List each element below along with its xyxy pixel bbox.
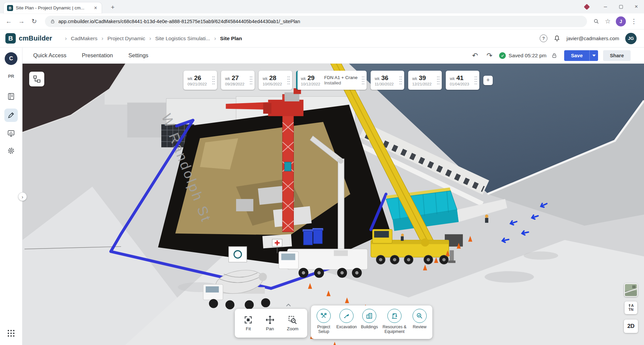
week-number: 28 [269,74,276,82]
cmbuilder-logo[interactable]: B cmBuilder [5,33,52,44]
lock-icon [50,19,55,24]
user-avatar[interactable]: JG [625,33,637,44]
review-icon [416,312,423,320]
review-button[interactable]: Review [408,309,431,329]
week-prefix: wk [412,76,417,81]
window-close-button[interactable]: × [629,0,644,13]
collapse-toolbar-icon[interactable] [285,303,291,307]
workspace-avatar[interactable]: C [5,52,17,65]
week-event-label: FDN A1 + Crane [324,75,358,81]
zoom-search-icon[interactable] [591,16,602,27]
week-date: 09/21/2022 [187,82,207,86]
breadcrumb-item-cadmakers[interactable]: CadMakers [71,36,97,42]
week-card-26[interactable]: wk26 09/21/2022 [183,71,217,90]
browser-tab[interactable]: B Site Plan - Project Dynamic | cm... × [3,2,102,13]
pan-button[interactable]: Pan [265,315,275,331]
drag-handle-icon[interactable] [250,76,253,85]
week-number: 27 [232,74,239,82]
browser-tab-strip: B Site Plan - Project Dynamic | cm... × … [0,0,644,13]
refresh-button[interactable]: ↻ [28,15,40,27]
breadcrumb-separator: › [149,35,151,42]
breadcrumb-item-project[interactable]: Project Dynamic [107,36,145,42]
pan-label: Pan [266,326,274,331]
chevron-down-icon [592,55,596,57]
week-card-39[interactable]: wk39 12/21/2022 [408,71,442,90]
notifications-bell-icon[interactable] [553,35,560,42]
add-week-button[interactable]: + [483,76,493,85]
project-badge[interactable]: PR [8,74,14,79]
week-card-28[interactable]: wk28 10/05/2022 [259,71,292,90]
share-button[interactable]: Share [603,50,631,61]
breadcrumb: › CadMakers › Project Dynamic › Site Log… [65,35,242,42]
sidebar-item-site-plan[interactable] [4,109,18,122]
sidebar-item-library[interactable] [4,90,18,103]
week-prefix: wk [263,76,268,81]
menu-settings[interactable]: Settings [128,52,149,59]
logo-mark-icon: B [5,33,16,44]
scene-tree-button[interactable] [29,72,44,86]
week-card-41[interactable]: wk41 01/04/2023 [446,71,479,90]
drag-handle-icon[interactable] [212,76,215,85]
menu-presentation[interactable]: Presentation [82,52,113,59]
tab-favicon: B [7,5,13,11]
lock-toolbar-icon[interactable] [551,53,557,59]
2d-view-toggle[interactable]: 2D [624,320,638,333]
week-prefix: wk [450,76,455,81]
week-number: 39 [419,74,426,82]
sidebar-item-settings[interactable] [4,144,18,157]
shovel-icon [343,312,350,320]
new-tab-button[interactable]: + [108,3,117,12]
window-minimize-button[interactable]: – [598,0,613,13]
excavation-button[interactable]: Excavation [335,309,358,329]
fit-label: Fit [246,326,251,331]
sidebar-item-dashboard[interactable] [4,127,18,140]
menu-quick-access[interactable]: Quick Access [33,52,66,59]
week-card-36[interactable]: wk36 11/30/2022 [371,71,404,90]
back-button[interactable]: ← [3,15,15,27]
redo-icon[interactable]: ↷ [485,52,494,60]
crane-icon [391,312,398,320]
fit-button[interactable]: Fit [244,315,253,331]
drag-handle-icon[interactable] [362,76,365,85]
browser-profile-avatar[interactable]: J [616,16,626,26]
save-button[interactable]: Save [564,50,589,61]
minimap-thumbnail[interactable] [624,283,638,297]
true-north-button[interactable]: A TN [625,301,637,314]
apps-grid-icon[interactable] [7,330,15,337]
resources-equipment-button[interactable]: Resources & Equipment [381,309,408,334]
bookmark-star-icon[interactable]: ☆ [602,16,613,27]
extension-icon[interactable] [584,4,590,10]
drag-handle-icon[interactable] [399,76,402,85]
buildings-icon [366,312,373,320]
view-nav-toolbar: Fit Pan Zoom [235,309,307,338]
sidebar-expand-button[interactable]: › [18,192,27,201]
drag-handle-icon[interactable] [437,76,440,85]
week-card-27[interactable]: wk27 09/28/2022 [221,71,255,90]
save-status: Saved 05:22 pm [499,52,546,59]
viewport-canvas[interactable]: W Randolph St [22,64,644,345]
window-maximize-button[interactable] [613,0,629,13]
buildings-label: Buildings [361,325,378,329]
breadcrumb-item-siteplan[interactable]: Site Plan [220,36,242,42]
help-icon[interactable]: ? [540,34,547,42]
excavation-label: Excavation [336,325,357,329]
week-card-29-selected[interactable]: wk29 10/12/2022 FDN A1 + Crane Installed [296,71,367,90]
zoom-button[interactable]: Zoom [287,315,299,331]
address-bar[interactable]: app.cmbuilder.io/CadMakers/c68c8441-b13d… [45,16,587,27]
tab-close-icon[interactable]: × [92,5,99,11]
forward-button[interactable]: → [15,15,28,27]
undo-icon[interactable]: ↶ [470,52,480,60]
breadcrumb-item-simulation[interactable]: Site Logistics Simulati... [155,36,210,42]
week-date: 09/28/2022 [225,82,245,86]
save-dropdown-button[interactable] [589,50,598,61]
week-prefix: wk [301,76,306,81]
buildings-button[interactable]: Buildings [358,309,381,329]
browser-menu-icon[interactable]: ⋮ [629,16,639,27]
project-setup-button[interactable]: Project Setup [312,309,335,334]
drag-handle-icon[interactable] [287,76,290,85]
drag-handle-icon[interactable] [474,76,477,85]
site-3d-scene[interactable]: W Randolph St [22,64,644,345]
zoom-label: Zoom [287,326,299,331]
project-setup-label: Project Setup [312,325,335,334]
tab-title: Site Plan - Project Dynamic | cm... [16,5,90,10]
